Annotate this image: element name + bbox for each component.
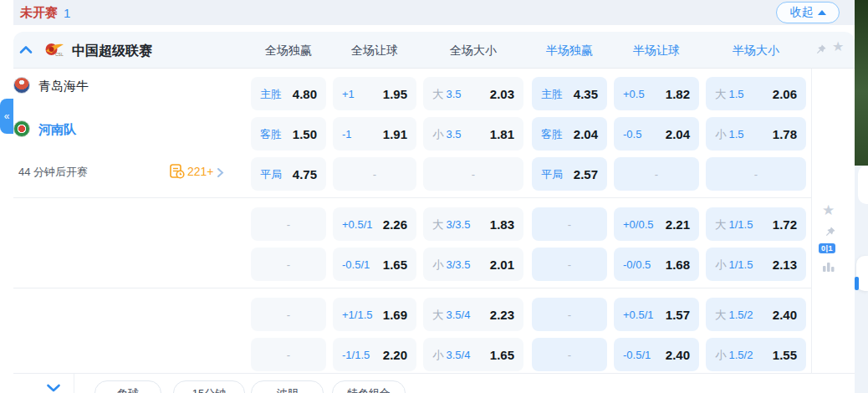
odds-cell-half-over[interactable]: 大1.5/22.40 (706, 298, 806, 331)
odds-cell-half-over[interactable]: 大1.52.06 (706, 77, 806, 110)
group-separator (13, 197, 811, 198)
market-tab-correct-score[interactable]: 波胆 (251, 380, 324, 393)
odds-cell-half-handicap[interactable]: +0/0.52.21 (614, 207, 699, 241)
footer-divider (74, 374, 74, 393)
stats-bars-icon[interactable] (822, 260, 835, 276)
odds-cell-half-win-home[interactable]: 主胜4.35 (532, 77, 607, 110)
favorite-star-icon[interactable]: ★ (822, 203, 835, 217)
status-label: 未开赛 (20, 5, 58, 21)
chevron-right-icon[interactable] (217, 166, 224, 181)
odds-cell-full-over[interactable]: 大3/3.51.83 (423, 207, 523, 241)
odds-cell-full-draw[interactable]: 平局4.75 (251, 157, 326, 191)
odds-cell-full-handicap[interactable]: +0.5/12.26 (333, 207, 416, 241)
odds-cell-full-win-home[interactable]: 主胜4.80 (251, 77, 326, 110)
odds-cell-full-handicap[interactable]: -0.5/11.65 (333, 248, 416, 281)
chevron-down-icon[interactable] (46, 381, 61, 393)
footer-separator (13, 373, 855, 374)
odds-cell-half-under[interactable]: 小1.51.78 (706, 117, 806, 151)
column-header-full-overunder: 全场大小 (423, 43, 523, 59)
market-tab-15min[interactable]: 15分钟 (173, 380, 245, 393)
away-team-badge (13, 120, 30, 137)
odds-cell-empty: - (251, 338, 326, 371)
odds-cell-full-handicap[interactable]: -1/1.52.20 (333, 338, 416, 371)
odds-cell-empty: - (532, 248, 607, 281)
away-team-name[interactable]: 河南队 (38, 122, 76, 138)
star-icon[interactable]: ★ (832, 40, 844, 54)
group-separator (13, 288, 811, 288)
page-background-strip (855, 0, 868, 166)
betting-panel: 未开赛 1 收起 CSL 中国超级联赛 全场独赢 全场让球 全场大小 半场独赢 … (0, 0, 868, 393)
background-panel-fragment (858, 166, 868, 204)
table-right-divider (811, 69, 812, 373)
odds-cell-half-under[interactable]: 小1/1.52.13 (706, 248, 806, 281)
triangle-up-icon (818, 10, 826, 15)
background-accent-fragment (855, 277, 859, 290)
odds-cell-half-handicap[interactable]: -0.5/12.40 (614, 338, 699, 371)
odds-cell-full-over[interactable]: 大3.5/42.23 (423, 298, 523, 331)
market-tab-corners[interactable]: 角球 (94, 380, 161, 393)
odds-cell-half-handicap[interactable]: -0/0.51.68 (614, 248, 699, 281)
odds-cell-half-over[interactable]: 大1/1.51.72 (706, 207, 806, 241)
match-start-time: 44 分钟后开赛 (18, 165, 88, 180)
odds-cell-full-under[interactable]: 小3.51.81 (423, 117, 523, 151)
markets-icon (170, 164, 185, 182)
odds-cell-empty: - (251, 207, 326, 241)
odds-cell-half-handicap[interactable]: -0.52.04 (614, 117, 699, 151)
column-header-half-handicap: 半场让球 (614, 43, 699, 59)
sidebar-collapse-tab[interactable]: « (0, 99, 13, 134)
odds-cell-empty: - (532, 338, 607, 371)
odds-cell-empty: - (333, 157, 416, 191)
odds-cell-empty: - (614, 157, 699, 191)
collapse-button[interactable]: 收起 (776, 2, 840, 23)
odds-cell-half-win-away[interactable]: 客胜2.04 (532, 117, 607, 151)
league-title: 中国超级联赛 (72, 43, 152, 60)
market-tab-special-combos[interactable]: 特色组合 (332, 380, 406, 393)
odds-cell-half-handicap[interactable]: +0.5/11.57 (614, 298, 699, 331)
chevron-up-icon[interactable] (18, 43, 33, 59)
odds-cell-full-under[interactable]: 小3.5/41.65 (423, 338, 523, 371)
odds-cell-half-under[interactable]: 小1.5/21.55 (706, 338, 806, 371)
odds-cell-half-handicap[interactable]: +0.51.82 (614, 77, 699, 110)
column-header-full-handicap: 全场让球 (333, 43, 416, 59)
pin-icon[interactable] (814, 43, 827, 59)
odds-cell-half-draw[interactable]: 平局2.57 (532, 157, 607, 191)
svg-text:CSL: CSL (55, 52, 64, 57)
pin-icon[interactable] (824, 226, 836, 242)
odds-cell-empty: - (251, 248, 326, 281)
odds-cell-empty: - (532, 298, 607, 331)
odds-cell-empty: - (532, 207, 607, 241)
league-logo-icon: CSL (44, 41, 64, 62)
more-markets-count[interactable]: 221+ (187, 165, 214, 178)
collapse-button-label: 收起 (790, 5, 814, 20)
home-team-badge (13, 77, 30, 94)
column-header-half-overunder: 半场大小 (706, 43, 806, 59)
odds-cell-full-over[interactable]: 大3.52.03 (423, 77, 523, 110)
odds-cell-empty: - (251, 298, 326, 331)
score-badge[interactable]: 0|1 (819, 243, 835, 253)
odds-cell-empty: - (423, 157, 523, 191)
odds-cell-full-handicap[interactable]: +11.95 (333, 77, 416, 110)
odds-cell-full-win-away[interactable]: 客胜1.50 (251, 117, 326, 151)
column-header-half-win: 半场独赢 (532, 43, 607, 59)
odds-cell-full-handicap[interactable]: -11.91 (333, 117, 416, 151)
odds-cell-full-handicap[interactable]: +1/1.51.69 (333, 298, 416, 331)
odds-cell-full-under[interactable]: 小3/3.52.01 (423, 248, 523, 281)
odds-cell-empty: - (706, 157, 806, 191)
home-team-name[interactable]: 青岛海牛 (38, 79, 89, 94)
status-bar: 未开赛 1 (13, 0, 855, 25)
status-count: 1 (64, 6, 70, 20)
column-header-full-win: 全场独赢 (251, 43, 326, 59)
